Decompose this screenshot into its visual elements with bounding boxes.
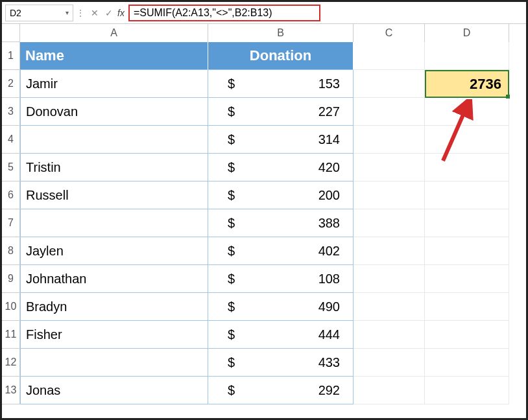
result-cell[interactable]: 2736 [425,70,509,98]
cell-name[interactable]: Jaylen [20,237,208,265]
header-name[interactable]: Name [20,42,208,70]
cell-name[interactable]: Johnathan [20,265,208,293]
row-header[interactable]: 8 [2,237,20,265]
row-header[interactable]: 4 [2,126,20,154]
fx-icon[interactable]: fx [117,8,125,18]
cell[interactable] [354,349,425,377]
cell-c2[interactable] [354,70,425,98]
row-header[interactable]: 3 [2,98,20,126]
column-header-b[interactable]: B [208,24,354,42]
cell[interactable] [425,126,509,154]
row-header[interactable]: 6 [2,181,20,209]
cell[interactable] [425,154,509,181]
cell[interactable] [425,377,509,404]
currency-symbol: $ [228,244,235,259]
currency-symbol: $ [228,188,235,203]
amount-value: 227 [318,104,340,119]
cell-donation[interactable]: $292 [208,377,354,404]
cell[interactable] [354,154,425,181]
cell[interactable] [425,321,509,349]
formula-input[interactable] [134,7,315,19]
currency-symbol: $ [228,160,235,175]
name-box[interactable]: D2 ▾ [5,5,73,21]
cell-donation[interactable]: $314 [208,126,354,154]
column-headers: A B C D [20,24,526,42]
table-row: Jaylen $402 [20,237,526,265]
cell-name[interactable] [20,126,208,154]
cell[interactable] [354,181,425,209]
cell-donation[interactable]: $227 [208,98,354,126]
formula-highlight-box [128,5,320,21]
amount-value: 388 [318,216,340,231]
currency-symbol: $ [228,355,235,370]
cell-c1[interactable] [354,42,425,70]
amount-value: 314 [318,132,340,147]
cell[interactable] [425,98,509,126]
cell-name[interactable] [20,209,208,237]
currency-symbol: $ [228,76,235,91]
cancel-formula-button[interactable]: ✕ [88,6,102,20]
cell-name[interactable]: Bradyn [20,293,208,321]
row-header[interactable]: 2 [2,70,20,98]
cell-name[interactable] [20,349,208,377]
cell-name[interactable]: Donovan [20,98,208,126]
currency-symbol: $ [228,272,235,286]
amount-value: 153 [318,76,340,91]
column-header-a[interactable]: A [20,24,208,42]
cell-name[interactable]: Tristin [20,154,208,181]
cell-donation[interactable]: $153 [208,70,354,98]
cell[interactable] [354,321,425,349]
currency-symbol: $ [228,132,235,147]
cell-donation[interactable]: $490 [208,293,354,321]
cell[interactable] [425,293,509,321]
amount-value: 433 [318,355,340,370]
row-header[interactable]: 7 [2,209,20,237]
name-box-value: D2 [10,8,21,18]
cell[interactable] [425,349,509,377]
column-header-d[interactable]: D [425,24,509,42]
table-row: Jamir $153 2736 [20,70,526,98]
cell-donation[interactable]: $420 [208,154,354,181]
amount-value: 444 [318,327,340,342]
cell[interactable] [425,265,509,293]
table-row: Jonas $292 [20,377,526,404]
cell[interactable] [354,237,425,265]
cell[interactable] [354,98,425,126]
cell-donation[interactable]: $388 [208,209,354,237]
currency-symbol: $ [228,104,235,119]
cell-donation[interactable]: $200 [208,181,354,209]
cell[interactable] [354,377,425,404]
cell[interactable] [425,237,509,265]
header-donation[interactable]: Donation [208,42,354,70]
cell-donation[interactable]: $108 [208,265,354,293]
accept-formula-button[interactable]: ✓ [102,6,116,20]
row-header[interactable]: 11 [2,321,20,349]
cell-name[interactable]: Russell [20,181,208,209]
cell-donation[interactable]: $402 [208,237,354,265]
row-header[interactable]: 13 [2,377,20,404]
row-header[interactable]: 10 [2,293,20,321]
row-header[interactable]: 9 [2,265,20,293]
cell-name[interactable]: Jamir [20,70,208,98]
cell-donation[interactable]: $433 [208,349,354,377]
table-row: Donovan $227 [20,98,526,126]
cell-d1[interactable] [425,42,509,70]
cell[interactable] [354,209,425,237]
cell-name[interactable]: Fisher [20,321,208,349]
select-all-corner[interactable] [2,24,20,42]
row-header[interactable]: 12 [2,349,20,377]
cell[interactable] [354,126,425,154]
cell[interactable] [425,181,509,209]
column-header-c[interactable]: C [354,24,425,42]
cell-name[interactable]: Jonas [20,377,208,404]
row-header[interactable]: 1 [2,42,20,70]
table-row: Name Donation [20,42,526,70]
cell-donation[interactable]: $444 [208,321,354,349]
cell[interactable] [354,265,425,293]
amount-value: 200 [318,188,340,203]
cell[interactable] [354,293,425,321]
row-header[interactable]: 5 [2,154,20,181]
chevron-down-icon[interactable]: ▾ [66,9,69,16]
cell[interactable] [425,209,509,237]
currency-symbol: $ [228,299,235,314]
